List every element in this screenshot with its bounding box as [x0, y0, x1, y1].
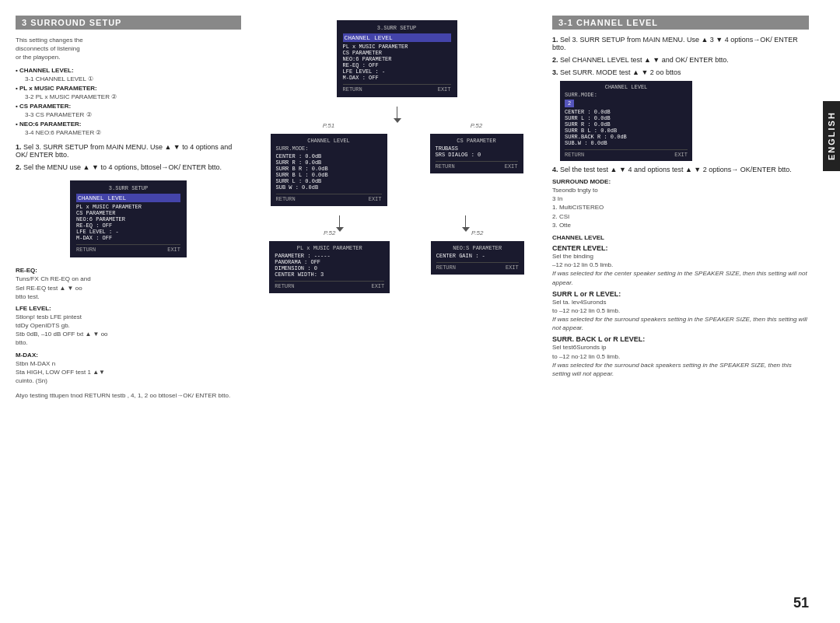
- page-number: 51: [793, 595, 809, 611]
- surr-setup-screen-left: 3.SURR SETUP CHANNEL LEVEL PL x MUSIC PA…: [16, 176, 241, 262]
- center-top-screen: 3.SURR SETUP CHANNEL LEVEL PL x MUSIC PA…: [249, 16, 544, 102]
- bullet-1-label: • PL x MUSIC PARAMETER:: [16, 85, 241, 92]
- right-section-header: 3-1 CHANNEL LEVEL: [552, 16, 809, 30]
- bullet-3-label: • NEO:6 PARAMETER:: [16, 121, 241, 128]
- bullet-3-sub: 3-4 NEO:6 PARAMETER ②: [25, 128, 241, 137]
- mid-arrows: [249, 215, 544, 228]
- right-section: 3-1 CHANNEL LEVEL 1. Sel 3. SURR SETUP f…: [552, 16, 809, 378]
- pl-music-screen: PL x MUSIC PARAMETER PARAMETER : ----- P…: [269, 241, 390, 293]
- section-header: 3 SURROUND SETUP: [16, 16, 241, 30]
- center-row-1: P.51 CHANNEL LEVEL SURR.MODE: CENTER : 0…: [249, 122, 544, 209]
- surround-mode-section: SURROUND MODE: Tseondb tngty to 3 In 1. …: [552, 178, 809, 229]
- neo6-screen: NEO:S PARAMETER CENTER GAIN : - RETURN E…: [431, 241, 524, 275]
- step-1: 1. Sel 3. SURR SETUP from MAIN MENU. Use…: [16, 143, 241, 159]
- step-2: 2. Sel the MENU use ▲ ▼ to 4 options, bt…: [16, 163, 241, 171]
- re-eq-section: RE-EQ: Tuns/FX Ch RE-EQ on and Sel RE-EQ…: [16, 267, 241, 301]
- channel-level-section: CHANNEL LEVEL CENTER LEVEL: Sel the bind…: [552, 234, 809, 378]
- left-section: 3 SURROUND SETUP This setting changes th…: [16, 16, 241, 400]
- right-step-2: 2. Sel CHANNEL LEVEL test ▲ ▼ and OK/ EN…: [552, 56, 809, 64]
- screen-footer: RETURN EXIT: [76, 244, 180, 253]
- top-arrow: [249, 107, 544, 119]
- right-step-3: 3. Set SURR. MODE test ▲ ▼ 2 oo bttos: [552, 68, 809, 76]
- bullet-0-sub: 3-1 CHANNEL LEVEL ①: [25, 75, 241, 83]
- screen-highlight: CHANNEL LEVEL: [76, 194, 180, 202]
- bullet-2-sub: 3-3 CS PARAMETER ②: [25, 110, 241, 119]
- surr-lr-level: SURR L or R LEVEL: Sel ta. lev4Suronds t…: [552, 290, 809, 333]
- intro-text: This setting changes the disconnects of …: [16, 36, 241, 62]
- bullet-0-label: • CHANNEL LEVEL:: [16, 67, 241, 74]
- surr-back-lr-level: SURR. BACK L or R LEVEL: Sel test6Surond…: [552, 335, 809, 378]
- mdax-section: M-DAX: Stbn M-DAX n Sta HIGH, LOW OFF te…: [16, 352, 241, 386]
- center-row-2: P.52 PL x MUSIC PARAMETER PARAMETER : --…: [249, 229, 544, 296]
- bullet-2-label: • CS PARAMETER:: [16, 103, 241, 110]
- right-step-4: 4. Sel the test test ▲ ▼ 4 and options t…: [552, 166, 809, 173]
- channel-level-screen: CHANNEL LEVEL SURR.MODE: CENTER : 0.0dB …: [271, 134, 387, 206]
- center-level: CENTER LEVEL: Sel the binding –12 no·12 …: [552, 244, 809, 287]
- language-tab: ENGLISH: [823, 101, 840, 171]
- center-section: 3.SURR SETUP CHANNEL LEVEL PL x MUSIC PA…: [249, 16, 544, 303]
- bullet-1-sub: 3-2 PL x MUSIC PARAMETER ②: [25, 93, 241, 101]
- bullet-items: • CHANNEL LEVEL: 3-1 CHANNEL LEVEL ① • P…: [16, 67, 241, 138]
- screen-items: PL x MUSIC PARAMETER CS PARAMETER NEO:6 …: [76, 204, 180, 241]
- surr-mode-screen: CHANNEL LEVEL SURR.MODE: 2 CENTER : 0.0d…: [560, 81, 809, 161]
- cs-parameter-screen: CS PARAMETER TRUBASS SRS DIALOG : 0 RETU…: [430, 134, 523, 173]
- lfe-section: LFE LEVEL: Stlonp! tesb LFE pintest tdDy…: [16, 305, 241, 348]
- screen-title: 3.SURR SETUP: [76, 185, 180, 191]
- footer-note: Atyo testing tttupen tnod RETURN testb ,…: [16, 391, 241, 400]
- right-step-1: 1. Sel 3. SURR SETUP from MAIN MENU. Use…: [552, 36, 809, 51]
